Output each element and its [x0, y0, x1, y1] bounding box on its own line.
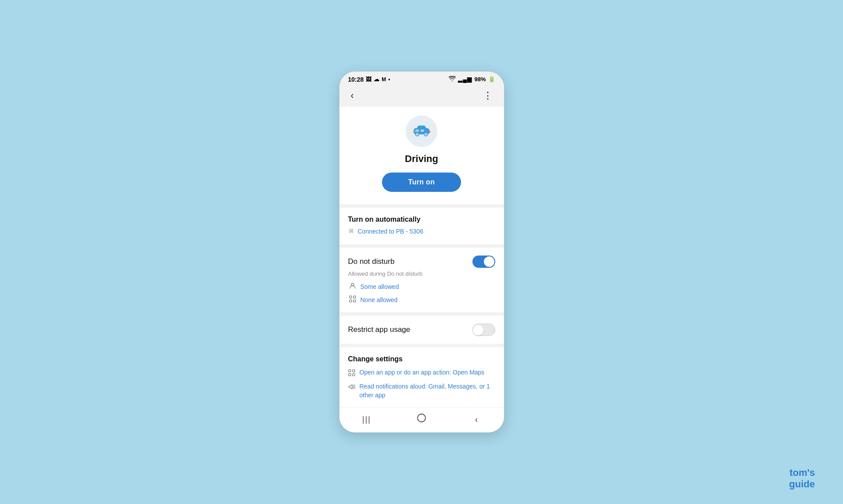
dnd-item-none-allowed[interactable]: None allowed: [349, 295, 495, 304]
photo-icon: 🖼: [366, 76, 371, 83]
change-settings-section: Change settings Open an app or do an app…: [339, 347, 504, 407]
signal-icon: ▂▄▆: [458, 76, 472, 83]
volume-icon: [348, 383, 355, 392]
change-settings-title: Change settings: [348, 355, 495, 363]
restrict-toggle[interactable]: [472, 324, 495, 336]
dnd-list: Some allowed None allowed: [348, 282, 495, 304]
dnd-section: Do not disturb Allowed during Do not dis…: [339, 248, 504, 312]
nav-bar: ‹ ⋮: [339, 85, 504, 107]
svg-rect-15: [353, 374, 355, 376]
svg-point-7: [351, 283, 354, 286]
status-left: 10:28 🖼 ☁ M •: [348, 76, 390, 83]
hero-section: Driving Turn on: [339, 107, 504, 204]
bluetooth-icon: [348, 227, 354, 236]
auto-section-item[interactable]: Connected to PB - 5306: [348, 227, 495, 236]
svg-rect-11: [353, 300, 356, 302]
phone-frame: 10:28 🖼 ☁ M • ▂▄▆ 98% 🔋 ‹ ⋮: [339, 72, 504, 432]
svg-rect-6: [429, 131, 430, 133]
nav-back-icon: ‹: [475, 414, 478, 425]
car-icon: [412, 121, 431, 141]
hero-title: Driving: [405, 153, 438, 165]
change-settings-item-0[interactable]: Open an app or do an app action: Open Ma…: [348, 368, 495, 378]
bottom-nav-home[interactable]: [412, 412, 431, 426]
auto-section: Turn on automatically Connected to PB - …: [339, 208, 504, 244]
auto-section-value: Connected to PB - 5306: [358, 228, 423, 235]
bottom-nav-recent[interactable]: |||: [357, 412, 376, 426]
recent-apps-icon: |||: [362, 415, 371, 424]
svg-rect-10: [349, 300, 352, 302]
wifi-icon: [449, 76, 456, 83]
battery-text: 98%: [474, 76, 486, 83]
svg-point-16: [418, 414, 425, 422]
turn-on-button[interactable]: Turn on: [382, 173, 461, 192]
svg-rect-9: [353, 296, 356, 298]
dnd-sublabel: Allowed during Do not disturb: [348, 270, 495, 277]
change-settings-list: Open an app or do an app action: Open Ma…: [348, 368, 495, 400]
section-gap-2: [339, 244, 504, 248]
bottom-nav: ||| ‹: [339, 407, 504, 432]
svg-rect-12: [349, 370, 351, 372]
apps-icon: [349, 295, 356, 304]
open-app-label: Open an app or do an app action: Open Ma…: [360, 368, 485, 377]
status-right: ▂▄▆ 98% 🔋: [449, 76, 495, 83]
svg-rect-8: [349, 296, 352, 298]
svg-point-1: [415, 133, 419, 136]
section-gap-3: [339, 312, 504, 316]
watermark-guide: guide: [789, 479, 815, 490]
bottom-nav-back[interactable]: ‹: [467, 412, 486, 426]
restrict-row: Restrict app usage: [348, 324, 495, 336]
svg-rect-4: [421, 130, 424, 132]
driving-icon-circle: [406, 115, 437, 147]
open-app-icon: [348, 369, 355, 378]
watermark-toms: tom's: [789, 467, 815, 478]
restrict-label: Restrict app usage: [348, 325, 411, 334]
dnd-toggle[interactable]: [472, 256, 495, 268]
email-icon: M: [382, 76, 386, 83]
restrict-toggle-knob: [473, 325, 483, 335]
section-gap-1: [339, 204, 504, 208]
dnd-toggle-track: [472, 256, 495, 268]
dnd-toggle-knob: [484, 256, 494, 267]
auto-section-title: Turn on automatically: [348, 216, 495, 223]
restrict-section: Restrict app usage: [339, 316, 504, 344]
svg-point-2: [424, 133, 428, 136]
some-allowed-label: Some allowed: [360, 283, 399, 290]
status-bar: 10:28 🖼 ☁ M • ▂▄▆ 98% 🔋: [339, 72, 504, 85]
restrict-toggle-track: [472, 324, 495, 336]
person-icon: [349, 282, 356, 291]
read-notifications-label: Read notifications aloud: Gmail, Message…: [360, 382, 495, 400]
more-options-button[interactable]: ⋮: [479, 88, 496, 103]
change-settings-item-1[interactable]: Read notifications aloud: Gmail, Message…: [348, 382, 495, 400]
cloud-icon: ☁: [374, 76, 379, 83]
svg-rect-14: [349, 374, 351, 376]
battery-icon: 🔋: [488, 76, 495, 83]
section-gap-4: [339, 344, 504, 347]
svg-rect-5: [413, 131, 414, 133]
status-time: 10:28: [348, 76, 364, 83]
dnd-row: Do not disturb: [348, 256, 495, 268]
back-button[interactable]: ‹: [347, 88, 357, 103]
none-allowed-label: None allowed: [360, 296, 398, 303]
watermark: tom's guide: [789, 467, 815, 490]
dnd-item-some-allowed[interactable]: Some allowed: [349, 282, 495, 291]
dnd-label: Do not disturb: [348, 257, 395, 266]
dot-icon: •: [388, 76, 390, 83]
svg-rect-3: [415, 130, 419, 132]
home-icon: [417, 413, 426, 425]
svg-rect-13: [353, 370, 355, 372]
